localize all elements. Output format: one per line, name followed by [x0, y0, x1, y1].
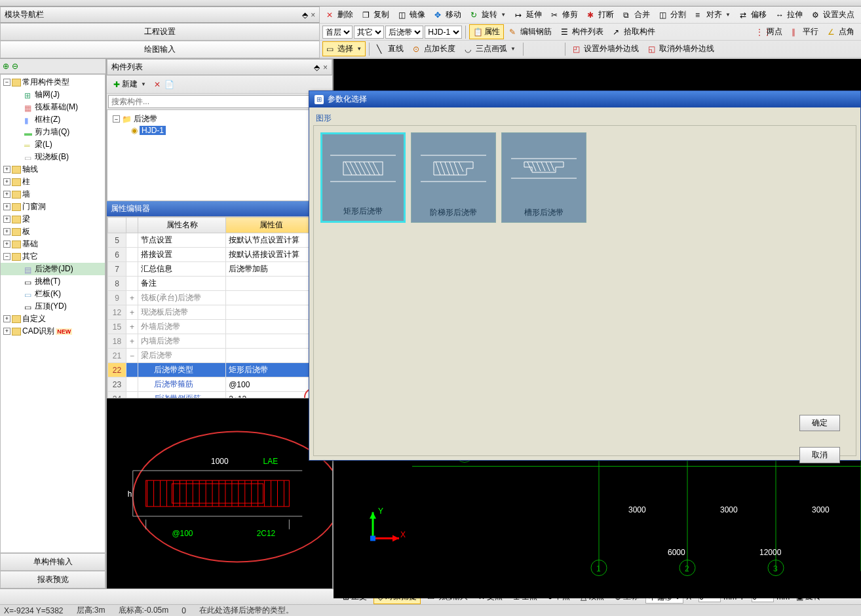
combo-category[interactable]: 其它 [354, 26, 384, 39]
status-hint: 在此处选择后浇带的类型。 [199, 605, 294, 616]
btn-mirror[interactable]: ◫镜像 [394, 7, 429, 22]
comp-tree-child[interactable]: ◉ HJD-1 [110, 125, 329, 136]
btn-grip[interactable]: ⚙设置夹点 [808, 7, 858, 22]
btn-unset-wall-outline[interactable]: ◱取消外墙外边线 [644, 41, 718, 56]
close-icon[interactable]: × [323, 63, 328, 72]
comp-tree-root[interactable]: − 📁 后浇带 [110, 113, 329, 125]
btn-align[interactable]: ≡对齐▼ [691, 7, 735, 22]
btn-rotate[interactable]: ↻旋转▼ [467, 7, 510, 22]
btn-trim[interactable]: ✂修剪 [547, 7, 582, 22]
btn-move[interactable]: ✥移动 [430, 7, 465, 22]
prop-row[interactable]: 18+内墙后浇带 [108, 334, 332, 349]
btn-extend[interactable]: ↦延伸 [511, 7, 546, 22]
btn-properties[interactable]: 📋属性 [469, 24, 504, 39]
combo-instance[interactable]: HJD-1 [425, 26, 462, 39]
btn-copy-component[interactable]: 📄 [164, 80, 174, 89]
svg-text:1: 1 [596, 564, 601, 573]
prop-row[interactable]: 23后浇带箍筋@100 [108, 377, 332, 392]
shape-groove[interactable]: 槽形后浇带 [501, 132, 586, 223]
btn-two-points[interactable]: ⋮⋮两点 [752, 24, 786, 39]
property-table[interactable]: 属性名称属性值附 5节点设置按默认节点设置计算6搭接设置按默认搭接设置计算7汇总… [107, 216, 332, 398]
btn-split[interactable]: ◫分割 [655, 7, 690, 22]
btn-stretch[interactable]: ↔拉伸 [772, 7, 807, 22]
btn-select[interactable]: ▭选择▼ [322, 41, 366, 56]
tree-folder-other[interactable]: −其它 [1, 250, 105, 263]
tree-folder-axis[interactable]: +轴线 [1, 163, 105, 176]
tree-item-beam[interactable]: ═梁(L) [1, 138, 105, 151]
btn-copy[interactable]: ❐复制 [358, 7, 393, 22]
combo-type[interactable]: 后浇带 [385, 26, 423, 39]
btn-three-point-arc[interactable]: ◡三点画弧▼ [461, 41, 520, 56]
prop-row[interactable]: 21−梁后浇带 [108, 349, 332, 363]
tree-folder-cad[interactable]: +CAD识别 NEW [1, 325, 105, 337]
btn-component-list[interactable]: ☰构件列表 [557, 24, 607, 39]
prop-row[interactable]: 12+现浇板后浇带 [108, 305, 332, 320]
search-input[interactable] [108, 95, 315, 108]
nav-btn-report-preview[interactable]: 报表预览 [0, 571, 105, 588]
prop-row[interactable]: 15+外墙后浇带 [108, 320, 332, 334]
nav-btn-draw-input[interactable]: 绘图输入 [0, 41, 320, 58]
btn-delete-component[interactable]: ✕ [154, 80, 161, 89]
svg-text:LAE: LAE [263, 457, 278, 466]
btn-offset[interactable]: ⇄偏移 [736, 7, 771, 22]
tree-item-hjd[interactable]: ▤后浇带(JD) [1, 263, 105, 275]
complist-title: 构件列表 ⬘× [107, 59, 332, 75]
svg-text:3000: 3000 [812, 505, 830, 514]
tree-folder-beam[interactable]: +梁 [1, 213, 105, 225]
tree-folder-column[interactable]: +柱 [1, 176, 105, 188]
tree-collapse-all-icon[interactable]: ⊖ [12, 62, 18, 71]
btn-line[interactable]: ╲直线 [373, 41, 408, 56]
param-select-dialog: ⊞ 参数化选择 图形 矩形后浇带 阶梯形后浇带 槽形后浇带 [309, 90, 861, 461]
ribbon-filter-row: 首层 其它 后浇带 HJD-1 📋属性 ✎编辑钢筋 ☰构件列表 ↗拾取构件 ⋮⋮… [320, 24, 861, 41]
tree-item-lanban[interactable]: ▭栏板(K) [1, 288, 105, 300]
tree-item-tiaoyan[interactable]: ▭挑檐(T) [1, 275, 105, 288]
svg-line-127 [541, 162, 545, 171]
prop-row[interactable]: 6搭接设置按默认搭接设置计算 [108, 248, 332, 262]
prop-row[interactable]: 5节点设置按默认节点设置计算 [108, 233, 332, 248]
tree-folder-wall[interactable]: +墙 [1, 188, 105, 201]
component-tree[interactable]: − 📁 后浇带 ◉ HJD-1 [107, 109, 332, 201]
tree-item-yading[interactable]: ▭压顶(YD) [1, 300, 105, 313]
dialog-ok-button[interactable]: 确定 [799, 415, 840, 431]
svg-marker-101 [392, 535, 399, 542]
tree-item-shearwall[interactable]: ▬剪力墙(Q) [1, 126, 105, 138]
prop-row[interactable]: 24后浇带侧面筋2⌀12 [108, 392, 332, 399]
btn-pick-component[interactable]: ↗拾取构件 [609, 24, 659, 39]
btn-break[interactable]: ✱打断 [583, 7, 618, 22]
btn-delete[interactable]: ✕删除 [322, 7, 357, 22]
nav-btn-single-input[interactable]: 单构件输入 [0, 553, 105, 571]
tree-root-common[interactable]: −常用构件类型 [1, 76, 105, 88]
btn-merge[interactable]: ⧉合并 [619, 7, 654, 22]
tree-item-slab[interactable]: ▭现浇板(B) [1, 151, 105, 163]
tree-item-column[interactable]: ▮框柱(Z) [1, 113, 105, 126]
tree-folder-foundation[interactable]: +基础 [1, 238, 105, 250]
combo-floor[interactable]: 首层 [322, 26, 353, 39]
prop-row[interactable]: 7汇总信息后浇带加筋 [108, 262, 332, 277]
svg-text:3000: 3000 [628, 505, 646, 514]
nav-tree[interactable]: −常用构件类型 ⊞轴网(J) ▦筏板基础(M) ▮框柱(Z) ▬剪力墙(Q) ═… [0, 74, 105, 553]
btn-point-length[interactable]: ⊙点加长度 [409, 41, 459, 56]
dialog-cancel-button[interactable]: 取消 [799, 447, 840, 463]
prop-row[interactable]: 8备注 [108, 277, 332, 291]
svg-text:@100: @100 [172, 529, 193, 538]
pin-icon[interactable]: ⬘ [314, 63, 320, 72]
btn-set-wall-outline[interactable]: ◰设置外墙外边线 [569, 41, 643, 56]
tree-folder-door[interactable]: +门窗洞 [1, 201, 105, 213]
tree-item-grid[interactable]: ⊞轴网(J) [1, 88, 105, 101]
nav-btn-project-settings[interactable]: 工程设置 [0, 23, 320, 41]
tree-item-raft[interactable]: ▦筏板基础(M) [1, 101, 105, 113]
btn-new-component[interactable]: ✚新建▼ [109, 77, 150, 92]
svg-text:2: 2 [685, 564, 689, 573]
shape-step[interactable]: 阶梯形后浇带 [411, 132, 496, 223]
nav-pin-icon[interactable]: ⬘× [302, 10, 315, 20]
tree-folder-custom[interactable]: +自定义 [1, 313, 105, 325]
btn-point-angle[interactable]: ∠点角 [824, 24, 858, 39]
btn-edit-rebar[interactable]: ✎编辑钢筋 [505, 24, 556, 39]
shape-rect[interactable]: 矩形后浇带 [320, 132, 406, 223]
dialog-titlebar[interactable]: ⊞ 参数化选择 [309, 91, 860, 107]
prop-row[interactable]: 9+筏板(承台)后浇带 [108, 291, 332, 305]
tree-expand-all-icon[interactable]: ⊕ [3, 62, 9, 71]
btn-parallel[interactable]: ∥平行 [788, 24, 822, 39]
prop-row[interactable]: 22后浇带类型矩形后浇带 [108, 363, 332, 377]
tree-folder-slab[interactable]: +板 [1, 225, 105, 238]
